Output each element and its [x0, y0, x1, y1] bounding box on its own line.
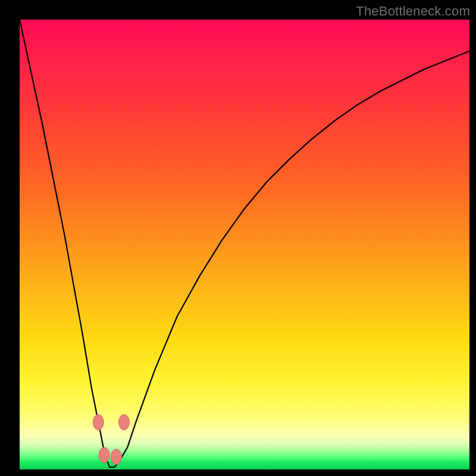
curve-markers — [93, 415, 129, 465]
curve-marker — [93, 415, 104, 430]
curve-svg — [20, 20, 469, 469]
curve-marker — [99, 447, 109, 463]
outer-frame: TheBottleneck.com — [0, 0, 476, 476]
curve-marker — [111, 449, 122, 465]
attribution-text: TheBottleneck.com — [356, 4, 470, 19]
bottleneck-curve — [20, 20, 469, 467]
plot-area — [20, 20, 469, 469]
curve-marker — [118, 415, 129, 430]
